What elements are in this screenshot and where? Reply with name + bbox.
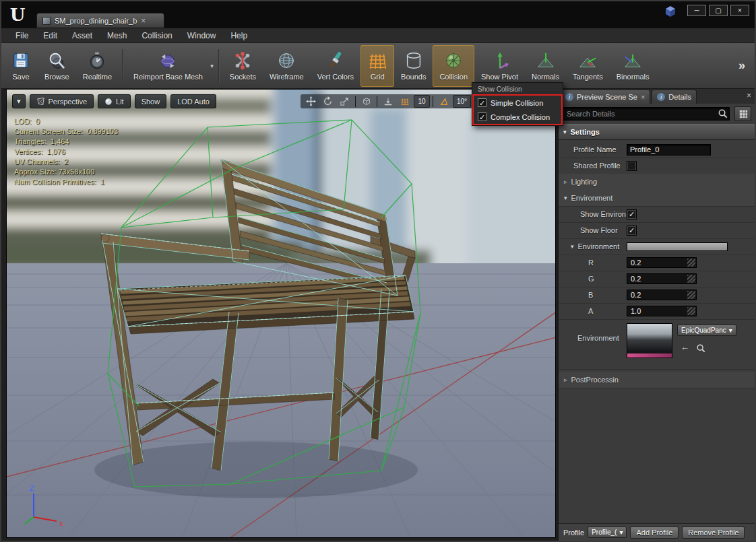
row-environment-category[interactable]: ▾ Environment [559,190,755,206]
shared-profile-checkbox[interactable] [627,161,637,171]
browse-to-asset-icon[interactable] [696,343,705,353]
grid-snap-button[interactable] [397,95,412,108]
angle-snap-value[interactable]: 10° [453,95,471,108]
tab-close-icon[interactable]: × [641,93,645,101]
expand-arrow-icon[interactable]: ▾ [563,129,567,135]
collision-button[interactable]: Collision [433,45,474,87]
color-g-input[interactable]: 0.2 [627,273,697,284]
expand-arrow-icon[interactable]: ▾ [571,243,574,250]
view-options-button[interactable] [734,106,751,121]
profile-select-dropdown[interactable]: Profile_( ▾ [588,527,627,538]
panel-close-icon[interactable]: × [747,91,751,100]
menu-file[interactable]: File [8,28,36,42]
browse-button[interactable]: Browse [38,45,76,87]
coordinate-system-button[interactable] [358,95,374,108]
menu-mesh[interactable]: Mesh [100,28,134,42]
binormals-button[interactable]: Binormals [610,45,656,87]
grid-button[interactable]: Grid [360,45,394,87]
close-button[interactable]: × [730,5,749,16]
remove-profile-button[interactable]: Remove Profile [682,527,745,539]
row-lighting-category[interactable]: ▹ Lighting [559,174,755,190]
chevron-down-icon: ▾ [619,529,623,536]
spinner-grip-icon[interactable] [687,275,695,283]
menu-edit[interactable]: Edit [36,28,65,42]
collision-dropdown-menu: Show Collision ✓ Simple Collision ✓ Comp… [472,82,563,126]
show-button[interactable]: Show [135,94,167,108]
spinner-grip-icon[interactable] [687,259,695,267]
collapse-arrow-icon[interactable]: ▹ [564,376,567,383]
expand-arrow-icon[interactable]: ▾ [564,195,567,201]
surface-snap-button[interactable] [380,95,396,108]
wireframe-button[interactable]: Wireframe [263,45,311,87]
row-postproc-category[interactable]: ▹ PostProcessin [559,372,755,388]
translate-tool-button[interactable] [303,95,319,108]
row-show-floor: Show Floor ✓ [559,222,755,238]
row-show-environment: Show Environ ✓ [559,206,755,222]
search-details-input[interactable] [562,107,730,121]
show-pivot-button[interactable]: Show Pivot [474,45,525,87]
use-selected-asset-icon[interactable]: ← [681,342,689,352]
toolbar-separator [377,96,377,107]
spinner-grip-icon[interactable] [687,307,695,315]
settings-section-header[interactable]: ▾ Settings [559,124,755,140]
angle-snap-button[interactable] [436,95,451,108]
tab-details[interactable]: i Details [652,90,697,104]
row-color-g: G 0.2 [559,271,755,287]
grid-snap-value[interactable]: 10 [414,95,430,108]
row-environment-color: ▾ Environment [559,238,755,255]
grid-snap-icon [400,97,410,106]
tab-preview-scene-settings[interactable]: i Preview Scene Se × [560,90,650,104]
asset-tab[interactable]: SM_prop_dining_chair_b × [36,13,164,28]
rotate-tool-button[interactable] [320,95,336,108]
menu-help[interactable]: Help [223,28,255,42]
normals-button[interactable]: Normals [525,45,566,87]
info-icon: i [657,93,665,101]
viewport-options-button[interactable]: ▾ [12,94,26,108]
color-a-input[interactable]: 1.0 [627,306,697,316]
profile-name-input[interactable] [627,144,711,156]
toolbar-separator [355,96,356,107]
tangents-button[interactable]: Tangents [566,45,610,87]
toolbar-overflow-chevron[interactable]: » [732,59,752,73]
show-environment-checkbox[interactable]: ✓ [627,209,637,219]
reimport-caret-icon[interactable]: ▾ [210,63,214,69]
add-profile-button[interactable]: Add Profile [630,527,679,539]
collapse-arrow-icon[interactable]: ▹ [564,178,567,185]
chevron-down-icon: ▾ [729,327,732,334]
vert-colors-button[interactable]: Vert Colors [311,45,360,87]
menu-item-complex-collision[interactable]: ✓ Complex Collision [474,110,561,124]
color-b-input[interactable]: 0.2 [627,290,697,300]
perspective-button[interactable]: Perspective [30,94,94,108]
search-icon[interactable] [718,108,728,118]
asset-tab-close-icon[interactable]: × [141,18,146,24]
toolbar-separator [122,49,123,83]
cubemap-thumbnail[interactable] [627,323,672,358]
menu-window[interactable]: Window [180,28,224,42]
lit-button[interactable]: Lit [98,94,131,108]
save-button[interactable]: Save [4,45,38,87]
environment-color-swatch[interactable] [627,242,728,251]
show-floor-checkbox[interactable]: ✓ [627,226,637,236]
scale-tool-button[interactable] [337,95,352,108]
maximize-button[interactable]: ▢ [709,5,728,16]
complex-collision-checkbox[interactable]: ✓ [478,112,486,121]
spinner-grip-icon[interactable] [687,291,695,299]
reimport-base-mesh-button[interactable]: Reimport Base Mesh ▾ [127,45,215,87]
stat-screen-size: Current Screen Size: 0.899103 [14,127,118,137]
cubemap-asset-dropdown[interactable]: EpicQuadPanc ▾ [677,325,736,336]
browse-icon [46,50,67,71]
bounds-button[interactable]: Bounds [394,45,433,87]
row-shared-profile: Shared Profile [559,158,755,174]
menu-collision[interactable]: Collision [134,28,179,42]
menu-item-simple-collision[interactable]: ✓ Simple Collision [474,96,561,110]
simple-collision-checkbox[interactable]: ✓ [478,98,486,107]
minimize-button[interactable]: ─ [687,5,706,16]
viewport[interactable]: Z x ▾ Perspective Lit Show LOD Auto [6,89,556,538]
lod-auto-button[interactable]: LOD Auto [170,94,216,108]
sockets-button[interactable]: Sockets [223,45,263,87]
color-r-input[interactable]: 0.2 [627,257,697,268]
collision-menu-header: Show Collision [472,83,563,94]
translate-icon [306,96,316,106]
menu-asset[interactable]: Asset [65,28,100,42]
realtime-button[interactable]: Realtime [76,45,119,87]
